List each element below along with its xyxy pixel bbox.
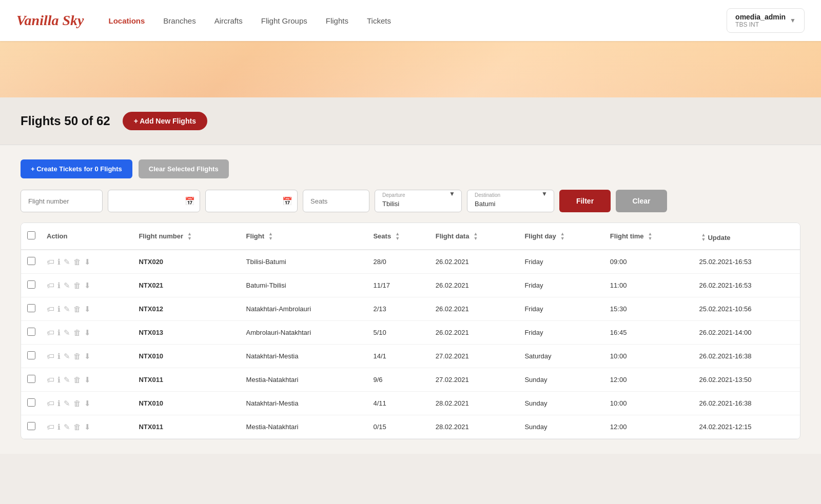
row-checkbox-7[interactable] (27, 422, 35, 430)
tag-icon[interactable]: 🏷 (47, 399, 54, 408)
tag-icon[interactable]: 🏷 (47, 281, 54, 290)
row-checkbox-1[interactable] (27, 280, 35, 289)
row-checkbox-4[interactable] (27, 351, 35, 359)
info-icon[interactable]: ℹ (57, 305, 61, 314)
edit-icon[interactable]: ✎ (64, 422, 70, 432)
nav-aircrafts[interactable]: Aircrafts (214, 14, 243, 27)
edit-icon[interactable]: ✎ (64, 399, 70, 408)
row-flight-time: 15:30 (605, 297, 694, 321)
nav-flights[interactable]: Flights (326, 14, 348, 27)
col-update-header[interactable]: ▲▼ Update (699, 233, 731, 242)
delete-icon[interactable]: 🗑 (73, 257, 81, 266)
col-flight[interactable]: Flight ▲▼ (241, 223, 368, 250)
download-icon[interactable]: ⬇ (84, 305, 91, 314)
download-icon[interactable]: ⬇ (84, 281, 91, 290)
nav-branches[interactable]: Branches (163, 14, 196, 27)
row-flight-day: Friday (519, 297, 604, 321)
user-menu[interactable]: omedia_admin TBS INT ▼ (727, 8, 805, 33)
row-checkbox-6[interactable] (27, 398, 35, 407)
row-flight-data: 26.02.2021 (431, 250, 520, 274)
date-to-input[interactable]: 2021-05-28 (205, 190, 298, 212)
delete-icon[interactable]: 🗑 (73, 328, 81, 337)
date-from-wrap: 2021-02-26 📅 (108, 190, 200, 212)
row-flight-number: NTX010 (133, 345, 241, 368)
departure-select[interactable]: Departure Tbilisi ▼ (375, 190, 462, 212)
info-icon[interactable]: ℹ (57, 375, 61, 385)
edit-icon[interactable]: ✎ (64, 352, 70, 361)
col-flight-header[interactable]: Flight ▲▼ (246, 232, 273, 241)
col-flight-number[interactable]: Flight number ▲▼ (133, 223, 241, 250)
row-checkbox-0[interactable] (27, 257, 35, 265)
info-icon[interactable]: ℹ (57, 281, 61, 290)
col-seats[interactable]: Seats ▲▼ (368, 223, 430, 250)
row-checkbox-2[interactable] (27, 304, 35, 312)
delete-icon[interactable]: 🗑 (73, 422, 81, 431)
seats-input[interactable] (303, 190, 369, 212)
info-icon[interactable]: ℹ (57, 257, 61, 267)
delete-icon[interactable]: 🗑 (73, 375, 81, 384)
info-icon[interactable]: ℹ (57, 328, 61, 337)
create-tickets-button[interactable]: + Create Tickets for 0 Flights (21, 159, 132, 178)
download-icon[interactable]: ⬇ (84, 328, 91, 337)
delete-icon[interactable]: 🗑 (73, 399, 81, 408)
edit-icon[interactable]: ✎ (64, 375, 70, 385)
info-icon[interactable]: ℹ (57, 352, 61, 361)
col-flight-data[interactable]: Flight data ▲▼ (431, 223, 520, 250)
destination-select[interactable]: Destination Batumi ▼ (467, 190, 554, 212)
tag-icon[interactable]: 🏷 (47, 328, 54, 337)
update-sort-up-icon: ▲▼ (701, 233, 706, 242)
tag-icon[interactable]: 🏷 (47, 352, 54, 360)
col-flight-time-header[interactable]: Flight time ▲▼ (610, 232, 653, 241)
download-icon[interactable]: ⬇ (84, 257, 91, 267)
col-update[interactable]: ▲▼ Update (694, 223, 800, 250)
departure-label: Departure (382, 192, 405, 198)
edit-icon[interactable]: ✎ (64, 328, 70, 337)
nav-locations[interactable]: Locations (108, 14, 145, 27)
nav-tickets[interactable]: Tickets (367, 14, 391, 27)
download-icon[interactable]: ⬇ (84, 375, 91, 385)
destination-label: Destination (475, 192, 500, 198)
col-flight-number-header[interactable]: Flight number ▲▼ (139, 232, 192, 241)
info-icon[interactable]: ℹ (57, 422, 61, 432)
flight-number-input[interactable] (21, 190, 103, 212)
delete-icon[interactable]: 🗑 (73, 281, 81, 290)
col-seats-label: Seats (373, 232, 391, 240)
delete-icon[interactable]: 🗑 (73, 305, 81, 313)
tag-icon[interactable]: 🏷 (47, 257, 54, 266)
row-flight-day: Friday (519, 321, 604, 345)
edit-icon[interactable]: ✎ (64, 257, 70, 267)
col-seats-header[interactable]: Seats ▲▼ (373, 232, 400, 241)
nav-flight-groups[interactable]: Flight Groups (261, 14, 307, 27)
download-icon[interactable]: ⬇ (84, 422, 91, 432)
row-seats: 11/17 (368, 274, 430, 297)
brand-logo: Vanilla Sky (16, 12, 84, 29)
row-checkbox-cell (21, 274, 42, 297)
col-flight-time[interactable]: Flight time ▲▼ (605, 223, 694, 250)
row-seats: 28/0 (368, 250, 430, 274)
download-icon[interactable]: ⬇ (84, 399, 91, 408)
tag-icon[interactable]: 🏷 (47, 422, 54, 431)
select-all-checkbox[interactable] (27, 231, 35, 239)
date-from-input[interactable]: 2021-02-26 (108, 190, 200, 212)
col-flight-data-header[interactable]: Flight data ▲▼ (436, 232, 478, 241)
tag-icon[interactable]: 🏷 (47, 305, 54, 313)
row-checkbox-5[interactable] (27, 375, 35, 383)
edit-icon[interactable]: ✎ (64, 281, 70, 290)
filter-button[interactable]: Filter (559, 190, 611, 212)
info-icon[interactable]: ℹ (57, 399, 61, 408)
clear-selected-button[interactable]: Clear Selected Flights (139, 159, 229, 178)
clear-filter-button[interactable]: Clear (616, 190, 667, 212)
table-row: 🏷 ℹ ✎ 🗑 ⬇ NTX010 Natakhtari-Mestia 4/11 … (21, 392, 800, 415)
row-checkbox-3[interactable] (27, 328, 35, 336)
delete-icon[interactable]: 🗑 (73, 352, 81, 360)
edit-icon[interactable]: ✎ (64, 305, 70, 314)
header: Vanilla Sky Locations Branches Aircrafts… (0, 0, 821, 41)
row-seats: 2/13 (368, 297, 430, 321)
col-flight-day[interactable]: Flight day ▲▼ (519, 223, 604, 250)
row-flight-day: Saturday (519, 345, 604, 368)
add-new-flights-button[interactable]: + Add New Flights (123, 112, 207, 130)
row-flight-data: 27.02.2021 (431, 368, 520, 392)
col-flight-day-header[interactable]: Flight day ▲▼ (524, 232, 564, 241)
tag-icon[interactable]: 🏷 (47, 375, 54, 384)
download-icon[interactable]: ⬇ (84, 352, 91, 361)
